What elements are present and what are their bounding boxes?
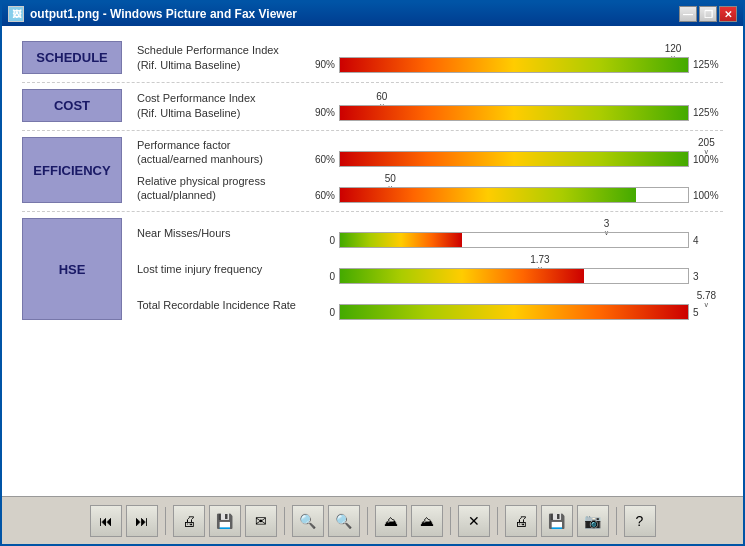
perf-factor-track bbox=[339, 151, 689, 167]
schedule-label: SCHEDULE bbox=[22, 41, 122, 74]
next-button[interactable]: ⏭ bbox=[126, 505, 158, 537]
ltif-indicator-wrapper: 1.73 bbox=[307, 254, 723, 268]
perf-factor-fill bbox=[340, 152, 688, 166]
rel-progress-bar-container: 50 60% 100% bbox=[307, 173, 723, 203]
cpi-bar-container: 60 90% 125% bbox=[307, 91, 723, 121]
cpi-fill bbox=[340, 106, 688, 120]
window-icon: 🖼 bbox=[8, 6, 24, 22]
ltif-metric: Lost time injury frequency 1.73 0 bbox=[137, 254, 723, 284]
rel-progress-metric: Relative physical progress (actual/plann… bbox=[137, 173, 723, 203]
print-button[interactable]: 💾 bbox=[209, 505, 241, 537]
tb-sep-5 bbox=[497, 507, 498, 535]
cpi-indicator-wrapper: 60 bbox=[307, 91, 723, 105]
trir-indicator-wrapper: 5.78 bbox=[307, 290, 723, 304]
fit-button[interactable]: ⛰ bbox=[411, 505, 443, 537]
trir-min: 0 bbox=[307, 307, 335, 318]
tb-sep-2 bbox=[284, 507, 285, 535]
ltif-bar-container: 1.73 0 3 bbox=[307, 254, 723, 284]
tb-sep-3 bbox=[367, 507, 368, 535]
spi-indicator-wrapper: 120 bbox=[307, 43, 723, 57]
rel-progress-min: 60% bbox=[307, 190, 335, 201]
ltif-label: Lost time injury frequency bbox=[137, 262, 297, 276]
ltif-bar-wrapper: 0 3 bbox=[307, 268, 723, 284]
near-misses-metric: Near Misses/Hours 3 0 4 bbox=[137, 218, 723, 248]
spi-bar-container: 120 90% 125% bbox=[307, 43, 723, 73]
restore-button[interactable]: ❐ bbox=[699, 6, 717, 22]
spi-max: 125% bbox=[693, 59, 723, 70]
rel-progress-max: 100% bbox=[693, 190, 723, 201]
ltif-max: 3 bbox=[693, 271, 723, 282]
trir-max: 5 bbox=[693, 307, 723, 318]
tb-sep-6 bbox=[616, 507, 617, 535]
help-button[interactable]: ? bbox=[624, 505, 656, 537]
perf-factor-min: 60% bbox=[307, 154, 335, 165]
near-misses-bar-container: 3 0 4 bbox=[307, 218, 723, 248]
close-button[interactable]: ✕ bbox=[719, 6, 737, 22]
copy-button[interactable]: 🖨 bbox=[173, 505, 205, 537]
content-area: SCHEDULE Schedule Performance Index(Rif.… bbox=[2, 26, 743, 544]
hse-row: HSE Near Misses/Hours 3 0 bbox=[22, 218, 723, 328]
rel-progress-label: Relative physical progress (actual/plann… bbox=[137, 174, 297, 203]
trir-label: Total Recordable Incidence Rate bbox=[137, 298, 297, 312]
zoom-out-button[interactable]: 🔍 bbox=[328, 505, 360, 537]
efficiency-label: EFFICIENCY bbox=[22, 137, 122, 203]
cpi-min: 90% bbox=[307, 107, 335, 118]
acquire-button[interactable]: 📷 bbox=[577, 505, 609, 537]
trir-bar-wrapper: 0 5 bbox=[307, 304, 723, 320]
title-bar: 🖼 output1.png - Windows Picture and Fax … bbox=[2, 2, 743, 26]
main-window: 🖼 output1.png - Windows Picture and Fax … bbox=[0, 0, 745, 546]
efficiency-row: EFFICIENCY Performance factor (actual/ea… bbox=[22, 137, 723, 212]
trir-bar-container: 5.78 0 5 bbox=[307, 290, 723, 320]
near-misses-fill bbox=[340, 233, 462, 247]
schedule-metrics: Schedule Performance Index(Rif. Ultima B… bbox=[137, 43, 723, 73]
perf-factor-bar-wrapper: 60% 100% bbox=[307, 151, 723, 167]
main-content: SCHEDULE Schedule Performance Index(Rif.… bbox=[2, 26, 743, 496]
cpi-label: Cost Performance Index(Rif. Ultima Basel… bbox=[137, 91, 297, 120]
save-button[interactable]: 💾 bbox=[541, 505, 573, 537]
spi-label: Schedule Performance Index(Rif. Ultima B… bbox=[137, 43, 297, 72]
email-button[interactable]: ✉ bbox=[245, 505, 277, 537]
hse-label: HSE bbox=[22, 218, 122, 320]
spi-fill bbox=[340, 58, 688, 72]
title-bar-left: 🖼 output1.png - Windows Picture and Fax … bbox=[8, 6, 297, 22]
near-misses-max: 4 bbox=[693, 235, 723, 246]
cost-metrics: Cost Performance Index(Rif. Ultima Basel… bbox=[137, 91, 723, 121]
window-title: output1.png - Windows Picture and Fax Vi… bbox=[30, 7, 297, 21]
near-misses-label: Near Misses/Hours bbox=[137, 226, 297, 240]
trir-track bbox=[339, 304, 689, 320]
tb-sep-4 bbox=[450, 507, 451, 535]
cost-row: COST Cost Performance Index(Rif. Ultima … bbox=[22, 89, 723, 131]
rel-progress-track bbox=[339, 187, 689, 203]
near-misses-bar-wrapper: 0 4 bbox=[307, 232, 723, 248]
ltif-track bbox=[339, 268, 689, 284]
tb-sep-1 bbox=[165, 507, 166, 535]
slideshow-button[interactable]: ⛰ bbox=[375, 505, 407, 537]
minimize-button[interactable]: — bbox=[679, 6, 697, 22]
zoom-in-button[interactable]: 🔍 bbox=[292, 505, 324, 537]
ltif-fill bbox=[340, 269, 584, 283]
near-misses-indicator-wrapper: 3 bbox=[307, 218, 723, 232]
cpi-track bbox=[339, 105, 689, 121]
spi-metric: Schedule Performance Index(Rif. Ultima B… bbox=[137, 43, 723, 73]
cpi-bar-wrapper: 90% 125% bbox=[307, 105, 723, 121]
efficiency-metrics: Performance factor (actual/earned manhou… bbox=[137, 137, 723, 203]
delete-button[interactable]: ✕ bbox=[458, 505, 490, 537]
prev-button[interactable]: ⏮ bbox=[90, 505, 122, 537]
perf-factor-label: Performance factor (actual/earned manhou… bbox=[137, 138, 297, 167]
perf-factor-metric: Performance factor (actual/earned manhou… bbox=[137, 137, 723, 167]
title-controls: — ❐ ✕ bbox=[679, 6, 737, 22]
near-misses-track bbox=[339, 232, 689, 248]
rel-progress-fill bbox=[340, 188, 636, 202]
schedule-row: SCHEDULE Schedule Performance Index(Rif.… bbox=[22, 41, 723, 83]
toolbar: ⏮ ⏭ 🖨 💾 ✉ 🔍 🔍 ⛰ ⛰ ✕ 🖨 💾 📷 ? bbox=[2, 496, 743, 544]
trir-metric: Total Recordable Incidence Rate 5.78 0 bbox=[137, 290, 723, 320]
cpi-metric: Cost Performance Index(Rif. Ultima Basel… bbox=[137, 91, 723, 121]
trir-indicator: 5.78 bbox=[697, 290, 716, 308]
near-misses-min: 0 bbox=[307, 235, 335, 246]
spi-bar-wrapper: 90% 125% bbox=[307, 57, 723, 73]
rel-progress-indicator-wrapper: 50 bbox=[307, 173, 723, 187]
print2-button[interactable]: 🖨 bbox=[505, 505, 537, 537]
perf-factor-indicator: 205 bbox=[698, 137, 715, 155]
cpi-max: 125% bbox=[693, 107, 723, 118]
perf-factor-bar-container: 205 60% 100% bbox=[307, 137, 723, 167]
